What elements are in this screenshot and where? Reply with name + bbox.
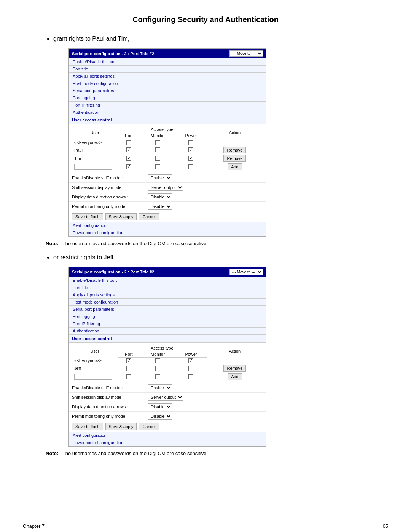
panel-2-nav-serial-params[interactable]: Serial port parameters bbox=[69, 306, 266, 313]
sniff-mode-row-2: Enable/Disable sniff mode : Enable Disab… bbox=[69, 383, 266, 393]
sniff-mode-select[interactable]: Enable Disable bbox=[148, 174, 172, 181]
save-to-flash-button-2[interactable]: Save to flash bbox=[72, 423, 103, 430]
uac2-col-user: User bbox=[72, 345, 118, 358]
chapter-label: Chapter 7 bbox=[23, 523, 45, 529]
panel-1-nav-apply-all[interactable]: Apply all ports settings bbox=[69, 73, 266, 80]
uac2-col-power: Power bbox=[175, 351, 207, 358]
jeff-remove-button[interactable]: Remove bbox=[223, 365, 246, 372]
new-user-port-cb[interactable] bbox=[126, 164, 131, 169]
sniff-mode-select-2[interactable]: Enable Disable bbox=[148, 384, 172, 391]
add-user-button[interactable]: Add bbox=[228, 163, 242, 170]
everyone2-monitor-cb[interactable] bbox=[155, 358, 160, 363]
panel-2-move-to-select[interactable]: --- Move to --- bbox=[229, 269, 263, 275]
panel-1-nav-port-logging[interactable]: Port logging bbox=[69, 94, 266, 102]
panel-1-uac-header[interactable]: User access control bbox=[69, 116, 266, 124]
panel-1-actions: Save to flash Save & apply Cancel bbox=[69, 211, 266, 222]
panel-1-uac-section: User Access type Action Port Monitor Pow… bbox=[69, 124, 266, 173]
cancel-button[interactable]: Cancel bbox=[139, 213, 159, 220]
uac-col-action: Action bbox=[207, 126, 263, 139]
bullet-1: grant rights to Paul and Tim, bbox=[53, 35, 388, 42]
paul-monitor-cb[interactable] bbox=[155, 147, 160, 152]
data-direction-select[interactable]: Disable Enable bbox=[148, 193, 172, 200]
tim-power-cb[interactable] bbox=[188, 156, 193, 161]
paul-remove-button[interactable]: Remove bbox=[223, 147, 246, 153]
page-footer: Chapter 7 65 bbox=[0, 520, 411, 532]
sniff-display-select[interactable]: Server output Client input Both bbox=[148, 184, 183, 191]
new-user2-port-cb[interactable] bbox=[126, 374, 131, 379]
user2-everyone: <<Everyone>> bbox=[72, 357, 118, 364]
panel-2: Serial port configuration - 2 : Port Tit… bbox=[68, 267, 266, 447]
panel-1-nav-auth[interactable]: Authentication bbox=[69, 109, 266, 116]
panel-2-nav-port-title[interactable]: Port title bbox=[69, 284, 266, 291]
everyone-monitor-cb[interactable] bbox=[155, 140, 160, 145]
panel-2-nav-apply-all[interactable]: Apply all ports settings bbox=[69, 291, 266, 299]
tim-port-cb[interactable] bbox=[126, 156, 131, 161]
sniff-mode-row: Enable/Disable sniff mode : Enable Disab… bbox=[69, 173, 266, 183]
new-user-monitor-cb[interactable] bbox=[155, 164, 160, 169]
new-user2-power-cb[interactable] bbox=[188, 374, 193, 379]
tim-remove-button[interactable]: Remove bbox=[223, 155, 246, 162]
panel-1-nav-port-title[interactable]: Port title bbox=[69, 66, 266, 73]
panel-1-move-to-select[interactable]: --- Move to --- bbox=[229, 50, 263, 57]
panel-1-nav-host-mode[interactable]: Host mode configuration bbox=[69, 80, 266, 87]
panel-2-nav-auth[interactable]: Authentication bbox=[69, 328, 266, 335]
uac-col-user: User bbox=[72, 126, 118, 139]
panel-2-nav-port-logging[interactable]: Port logging bbox=[69, 313, 266, 320]
panel-1-nav-serial-params[interactable]: Serial port parameters bbox=[69, 87, 266, 94]
panel-1-nav-power-ctrl[interactable]: Power control configuration bbox=[69, 229, 266, 236]
panel-2-nav-host-mode[interactable]: Host mode configuration bbox=[69, 299, 266, 306]
sniff-display-row: Sniff session display mode : Server outp… bbox=[69, 183, 266, 192]
new-user2-monitor-cb[interactable] bbox=[155, 374, 160, 379]
new-user-row-2: Add bbox=[72, 372, 263, 381]
panel-1-nav-ip-filtering[interactable]: Port IP filtering bbox=[69, 102, 266, 109]
panel-2-nav-ip-filtering[interactable]: Port IP filtering bbox=[69, 320, 266, 328]
uac2-col-monitor: Monitor bbox=[140, 351, 175, 358]
sniff-display-select-2[interactable]: Server output Client input Both bbox=[148, 394, 183, 401]
save-apply-button-2[interactable]: Save & apply bbox=[105, 423, 137, 430]
uac2-col-action: Action bbox=[207, 345, 263, 358]
save-to-flash-button[interactable]: Save to flash bbox=[72, 213, 103, 220]
uac-col-port: Port bbox=[118, 133, 140, 139]
panel-1-nav-alert[interactable]: Alert configuration bbox=[69, 222, 266, 229]
uac2-col-port: Port bbox=[118, 351, 140, 358]
jeff-monitor-cb[interactable] bbox=[155, 366, 160, 371]
uac-col-power: Power bbox=[175, 133, 207, 139]
everyone-power-cb[interactable] bbox=[188, 140, 193, 145]
data-direction-select-2[interactable]: Disable Enable bbox=[148, 403, 172, 410]
new-user-power-cb[interactable] bbox=[188, 164, 193, 169]
panel-2-header: Serial port configuration - 2 : Port Tit… bbox=[69, 267, 266, 277]
page-title: Configuring Security and Authentication bbox=[23, 15, 388, 24]
jeff-power-cb[interactable] bbox=[188, 366, 193, 371]
data-direction-row: Display data direction arrows : Disable … bbox=[69, 192, 266, 202]
uac-col-access-type: Access type bbox=[118, 126, 207, 133]
everyone2-port-cb[interactable] bbox=[126, 358, 131, 363]
save-apply-button[interactable]: Save & apply bbox=[105, 213, 137, 220]
panel-1-title: Serial port configuration - 2 : Port Tit… bbox=[72, 51, 154, 56]
cancel-button-2[interactable]: Cancel bbox=[139, 423, 159, 430]
monitor-only-select[interactable]: Disable Enable bbox=[148, 203, 172, 210]
new-user-input[interactable] bbox=[74, 164, 112, 170]
monitor-only-row: Permit monitoring only mode : Disable En… bbox=[69, 202, 266, 211]
user-jeff: Jeff bbox=[72, 364, 118, 372]
monitor-only-select-2[interactable]: Disable Enable bbox=[148, 413, 172, 420]
panel-2-uac-header[interactable]: User access control bbox=[69, 335, 266, 343]
panel-2-nav-power-ctrl[interactable]: Power control configuration bbox=[69, 439, 266, 446]
tim-monitor-cb[interactable] bbox=[155, 156, 160, 161]
add-user-button-2[interactable]: Add bbox=[228, 373, 242, 380]
panel-2-nav-enable[interactable]: Enable/Disable this port bbox=[69, 277, 266, 284]
paul-power-cb[interactable] bbox=[188, 147, 193, 152]
new-user-input-2[interactable] bbox=[74, 374, 112, 380]
everyone2-power-cb[interactable] bbox=[188, 358, 193, 363]
table-row: <<Everyone>> bbox=[72, 139, 263, 146]
jeff-port-cb[interactable] bbox=[126, 366, 131, 371]
monitor-only-row-2: Permit monitoring only mode : Disable En… bbox=[69, 412, 266, 421]
panel-2-uac-table: User Access type Action Port Monitor Pow… bbox=[72, 345, 263, 381]
paul-port-cb[interactable] bbox=[126, 147, 131, 152]
new-user-row: Add bbox=[72, 163, 263, 171]
panel-2-nav-alert[interactable]: Alert configuration bbox=[69, 432, 266, 439]
panel-1-nav-enable[interactable]: Enable/Disable this port bbox=[69, 58, 266, 66]
panel-2-uac-section: User Access type Action Port Monitor Pow… bbox=[69, 343, 266, 383]
user-everyone: <<Everyone>> bbox=[72, 139, 118, 146]
everyone-port-cb[interactable] bbox=[126, 140, 131, 145]
panel-1: Serial port configuration - 2 : Port Tit… bbox=[68, 48, 266, 237]
